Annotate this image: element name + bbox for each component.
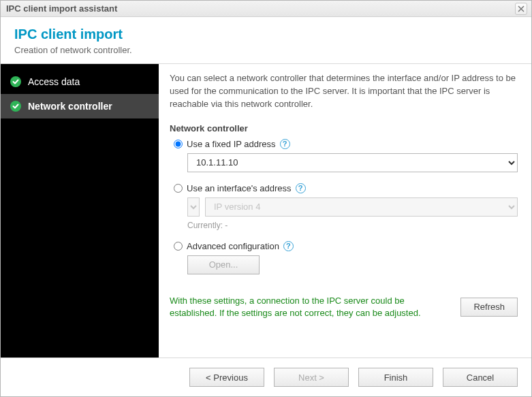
header-subtitle: Creation of network controller.: [14, 45, 518, 55]
sidebar-item-label: Access data: [28, 76, 80, 87]
interface-select[interactable]: [187, 197, 200, 217]
status-row: With these settings, a connection to the…: [170, 295, 518, 319]
option-fixed-row: Use a fixed IP address ?: [174, 139, 518, 149]
sidebar-item-network-controller[interactable]: Network controller: [1, 94, 159, 118]
close-icon: [518, 5, 525, 12]
radio-advanced-label: Advanced configuration: [187, 241, 279, 251]
intro-text: You can select a network controller that…: [170, 72, 518, 111]
finish-button[interactable]: Finish: [358, 368, 433, 387]
help-icon[interactable]: ?: [280, 139, 290, 149]
fixed-ip-field-wrap: 10.1.11.10: [187, 153, 518, 172]
currently-label: Currently: -: [187, 221, 518, 230]
window-title: IPC client import assistant: [6, 3, 117, 14]
advanced-field-wrap: Open...: [187, 255, 518, 274]
help-icon[interactable]: ?: [283, 241, 294, 251]
wizard-sidebar: Access data Network controller: [1, 64, 159, 358]
radio-fixed-ip-label: Use a fixed IP address: [187, 139, 276, 149]
close-button[interactable]: [515, 3, 527, 15]
dialog-window: IPC client import assistant IPC client i…: [0, 0, 532, 397]
previous-button[interactable]: < Previous: [189, 368, 264, 387]
radio-advanced[interactable]: [174, 242, 183, 251]
dialog-body: Access data Network controller You can s…: [1, 64, 531, 358]
status-message: With these settings, a connection to the…: [170, 295, 447, 319]
ip-version-select[interactable]: IP version 4: [205, 197, 518, 217]
section-title: Network controller: [170, 123, 518, 133]
refresh-button[interactable]: Refresh: [460, 298, 518, 317]
check-icon: [10, 101, 21, 112]
radio-interface-label: Use an interface's address: [187, 183, 292, 193]
dialog-footer: < Previous Next > Finish Cancel: [1, 358, 531, 396]
wizard-content: You can select a network controller that…: [159, 64, 531, 358]
radio-interface[interactable]: [174, 184, 183, 193]
option-advanced-row: Advanced configuration ?: [174, 241, 518, 251]
help-icon[interactable]: ?: [296, 183, 306, 193]
sidebar-item-label: Network controller: [28, 101, 112, 112]
option-interface-row: Use an interface's address ?: [174, 183, 518, 193]
header-title: IPC client import: [14, 27, 518, 42]
sidebar-item-access-data[interactable]: Access data: [1, 69, 159, 94]
next-button[interactable]: Next >: [274, 368, 349, 387]
interface-field-wrap: IP version 4 Currently: -: [187, 197, 518, 230]
check-icon: [10, 76, 21, 87]
fixed-ip-select[interactable]: 10.1.11.10: [187, 153, 518, 172]
radio-fixed-ip[interactable]: [174, 140, 183, 148]
titlebar: IPC client import assistant: [1, 1, 531, 17]
open-advanced-button[interactable]: Open...: [187, 255, 260, 274]
cancel-button[interactable]: Cancel: [443, 368, 518, 387]
dialog-header: IPC client import Creation of network co…: [1, 17, 531, 64]
